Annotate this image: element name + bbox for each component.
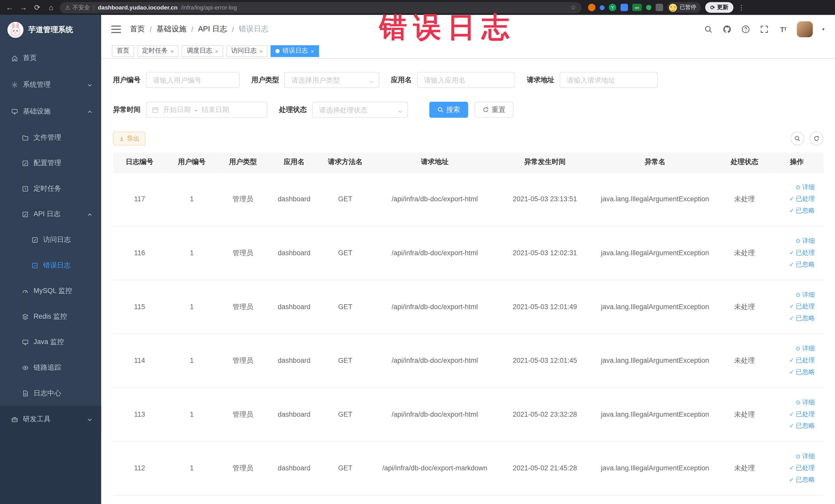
- sidebar-item-api-log[interactable]: API 日志: [0, 201, 101, 227]
- col-status: 处理状态: [719, 152, 770, 172]
- browser-menu-icon[interactable]: ⋮: [738, 3, 745, 11]
- bunny-logo-icon: [7, 22, 23, 38]
- export-button[interactable]: 导出: [113, 132, 145, 146]
- table-tools: [790, 132, 823, 146]
- user-id-input[interactable]: [146, 72, 240, 88]
- detail-link[interactable]: ⊙详细: [796, 237, 815, 245]
- sidebar-item-home[interactable]: 首页: [0, 45, 101, 72]
- processed-link[interactable]: ✓已处理: [789, 248, 815, 257]
- reload-icon[interactable]: ⟳: [32, 2, 43, 13]
- breadcrumb-item[interactable]: 首页: [130, 24, 145, 34]
- search-toggle-button[interactable]: [790, 132, 804, 146]
- col-url: 请求地址: [371, 152, 499, 172]
- app-name-input[interactable]: [417, 72, 515, 88]
- detail-icon: ⊙: [796, 453, 801, 460]
- ignored-link[interactable]: ✓已忽略: [789, 206, 815, 215]
- tab-access-log[interactable]: 访问日志 ×: [226, 45, 268, 57]
- detail-link[interactable]: ⊙详细: [796, 344, 815, 353]
- tab-home[interactable]: 首页: [112, 45, 134, 57]
- sidebar-item-redis-monitor[interactable]: Redis 监控: [0, 304, 101, 329]
- browser-update-button[interactable]: ⟳ 更新: [705, 2, 734, 13]
- chevron-up-icon: [87, 108, 93, 114]
- profile-chip[interactable]: 已暂停: [667, 2, 701, 13]
- clock-icon: [21, 185, 29, 192]
- forward-icon[interactable]: →: [18, 2, 29, 13]
- extension-icon[interactable]: [620, 4, 628, 11]
- tab-error-log[interactable]: 错误日志 ×: [271, 45, 319, 57]
- processed-link[interactable]: ✓已处理: [789, 356, 815, 365]
- extension-icon[interactable]: [588, 4, 595, 11]
- check-icon: ✓: [789, 315, 794, 322]
- sidebar-item-trace[interactable]: 链路追踪: [0, 355, 101, 381]
- processed-link[interactable]: ✓已处理: [789, 302, 815, 311]
- sidebar-item-java-monitor[interactable]: Java 监控: [0, 329, 101, 355]
- sidebar-item-dev-tools[interactable]: 研发工具: [0, 406, 101, 432]
- status-cell: 未处理: [719, 334, 770, 387]
- extension-icon[interactable]: [646, 5, 651, 10]
- edit-doc-icon: [31, 236, 38, 243]
- sidebar-item-file-mgmt[interactable]: 文件管理: [0, 125, 101, 150]
- ignored-link[interactable]: ✓已忽略: [789, 314, 815, 323]
- user-avatar[interactable]: [797, 21, 813, 37]
- extension-icon[interactable]: [599, 5, 605, 10]
- ignored-link[interactable]: ✓已忽略: [789, 260, 815, 269]
- detail-link[interactable]: ⊙详细: [796, 398, 815, 407]
- sidebar-item-config-mgmt[interactable]: 配置管理: [0, 150, 101, 176]
- close-icon[interactable]: ×: [215, 48, 218, 54]
- ignored-link[interactable]: ✓已忽略: [789, 421, 815, 430]
- browser-home-icon[interactable]: ⌂: [46, 2, 57, 13]
- bookmark-star-icon[interactable]: ☆: [571, 4, 576, 11]
- avatar-caret-icon[interactable]: ▾: [822, 27, 824, 32]
- sidebar-item-log-center[interactable]: 日志中心: [0, 381, 101, 406]
- sidebar-item-mysql-monitor[interactable]: MySQL 监控: [0, 278, 101, 304]
- back-icon[interactable]: ←: [4, 2, 15, 13]
- font-size-icon[interactable]: TT: [778, 24, 788, 34]
- help-icon[interactable]: [741, 24, 751, 34]
- ignored-link[interactable]: ✓已忽略: [789, 475, 815, 484]
- tab-scheduled-jobs[interactable]: 定时任务 ×: [137, 45, 179, 57]
- status-cell: 未处理: [719, 226, 770, 280]
- close-icon[interactable]: ×: [170, 48, 174, 54]
- processed-link[interactable]: ✓已处理: [789, 410, 815, 419]
- breadcrumb-item[interactable]: 基础设施: [157, 24, 186, 34]
- detail-link[interactable]: ⊙详细: [796, 183, 815, 192]
- gear-icon: [11, 81, 18, 88]
- detail-link[interactable]: ⊙详细: [796, 452, 815, 461]
- search-icon: [437, 106, 444, 113]
- search-button[interactable]: 搜索: [429, 102, 468, 118]
- user-type-select[interactable]: [284, 72, 379, 88]
- hamburger-icon[interactable]: [111, 25, 122, 34]
- search-icon[interactable]: [704, 24, 713, 34]
- puzzle-icon[interactable]: [656, 4, 663, 11]
- sidebar-item-infrastructure[interactable]: 基础设施: [0, 98, 101, 125]
- sidebar-item-access-log[interactable]: 访问日志: [0, 227, 101, 253]
- sidebar-item-scheduled-jobs[interactable]: 定时任务: [0, 176, 101, 202]
- close-icon[interactable]: ×: [311, 48, 314, 54]
- github-icon[interactable]: [722, 24, 732, 34]
- filter-user-type: 用户类型: [251, 72, 379, 88]
- request-url-input[interactable]: [560, 72, 658, 88]
- screen: ← → ⟳ ⌂ ⚠ 不安全 | dashboard.yudao.iocoder.…: [0, 0, 835, 504]
- fullscreen-icon[interactable]: [760, 24, 769, 34]
- extension-on-badge[interactable]: on: [632, 4, 642, 11]
- tab-dispatch-log[interactable]: 调度日志 ×: [182, 45, 223, 57]
- breadcrumb-item[interactable]: API 日志: [198, 24, 227, 34]
- url-bar[interactable]: ⚠ 不安全 | dashboard.yudao.iocoder.cn /infr…: [60, 2, 582, 13]
- ignored-link[interactable]: ✓已忽略: [789, 368, 815, 377]
- process-status-select[interactable]: [312, 102, 408, 118]
- close-icon[interactable]: ×: [259, 48, 263, 54]
- processed-link[interactable]: ✓已处理: [789, 463, 815, 472]
- extension-icon[interactable]: Y: [609, 4, 616, 11]
- date-range-input[interactable]: 开始日期 - 结束日期: [146, 102, 267, 118]
- detail-link[interactable]: ⊙详细: [796, 290, 815, 299]
- refresh-icon: [813, 135, 820, 142]
- exception-time-label: 异常时间: [113, 105, 141, 115]
- sidebar-item-error-log[interactable]: 错误日志: [0, 253, 101, 278]
- reset-button[interactable]: 重置: [475, 102, 513, 118]
- sidebar-item-system-mgmt[interactable]: 系统管理: [0, 72, 101, 98]
- security-indicator[interactable]: ⚠ 不安全: [65, 3, 90, 11]
- processed-link[interactable]: ✓已处理: [789, 194, 815, 203]
- check-icon: ✓: [789, 357, 794, 364]
- col-log-id: 日志编号: [113, 152, 166, 172]
- refresh-button[interactable]: [810, 132, 823, 146]
